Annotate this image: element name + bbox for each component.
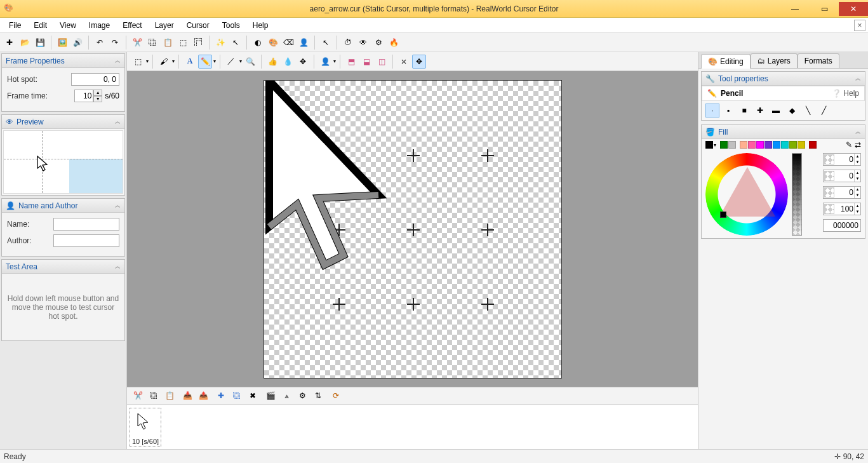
tip-1px-icon[interactable]: · xyxy=(705,104,719,117)
palette-icon[interactable]: 🎨 xyxy=(266,36,280,50)
image-icon[interactable]: 🖼️ xyxy=(55,36,69,50)
frametime-input[interactable] xyxy=(74,90,93,102)
r-input[interactable] xyxy=(834,155,853,164)
b-input[interactable] xyxy=(834,188,853,197)
undo-icon[interactable]: ↶ xyxy=(93,36,107,50)
frame-reload-icon[interactable]: ⟳ xyxy=(329,389,343,403)
menu-edit[interactable]: Edit xyxy=(27,19,53,32)
pointer-icon[interactable]: ↖ xyxy=(319,36,333,50)
tip-small-icon[interactable]: ▪ xyxy=(721,104,735,117)
gear-icon[interactable]: ⚙ xyxy=(371,36,385,50)
tip-rect-icon[interactable]: ▬ xyxy=(769,104,783,117)
frame-sort-icon[interactable]: ⇅ xyxy=(311,389,325,403)
swatch[interactable] xyxy=(756,141,764,149)
contrast-icon[interactable]: ◐ xyxy=(251,36,265,50)
hex-input[interactable]: 000000 xyxy=(823,219,861,232)
frame-add-icon[interactable]: ✚ xyxy=(214,389,228,403)
swatch[interactable] xyxy=(728,141,736,149)
menu-help[interactable]: Help xyxy=(246,19,275,32)
swap-icon[interactable]: ⇄ xyxy=(855,140,861,149)
frame-copy-icon[interactable]: ⿻ xyxy=(147,389,161,403)
user-icon[interactable]: 👤 xyxy=(297,36,310,50)
menu-layer[interactable]: Layer xyxy=(149,19,180,32)
hand-tool-icon[interactable]: 👍 xyxy=(265,55,279,69)
swatch[interactable] xyxy=(748,141,756,149)
cut-icon[interactable]: ✂️ xyxy=(130,36,144,50)
paste-icon[interactable]: 📋 xyxy=(161,36,175,50)
select-tool-icon[interactable]: ⬚ xyxy=(131,55,145,69)
layer-b-icon[interactable]: ⬓ xyxy=(359,55,373,69)
swatch[interactable] xyxy=(765,141,772,149)
author-input[interactable] xyxy=(53,234,119,247)
line-tool-icon[interactable]: ／ xyxy=(224,55,238,69)
swatch[interactable] xyxy=(798,141,805,149)
help-link[interactable]: ❔Help xyxy=(832,89,859,98)
frame-dup-icon[interactable]: ⿻ xyxy=(230,389,244,403)
collapse-icon[interactable]: ︽ xyxy=(115,58,121,64)
person-tool-icon[interactable]: 👤 xyxy=(318,55,332,69)
layer-c-icon[interactable]: ◫ xyxy=(375,55,389,69)
tab-editing[interactable]: 🎨Editing xyxy=(701,54,751,69)
hotspot-input[interactable] xyxy=(71,73,119,86)
menu-view[interactable]: View xyxy=(53,19,83,32)
layer-new-icon[interactable]: ⬚ xyxy=(176,36,190,50)
menu-effect[interactable]: Effect xyxy=(116,19,148,32)
swatch[interactable] xyxy=(781,141,789,149)
cursor-icon[interactable]: ↖ xyxy=(229,36,243,50)
menu-tools[interactable]: Tools xyxy=(216,19,246,32)
magnify-tool-icon[interactable]: 🔍 xyxy=(243,55,257,69)
timer-icon[interactable]: ⏱ xyxy=(341,36,355,50)
frame-gear-icon[interactable]: ⚙ xyxy=(295,389,309,403)
fire-icon[interactable]: 🔥 xyxy=(387,36,401,50)
alpha-input[interactable] xyxy=(834,205,853,213)
frame-thumb[interactable]: 10 [s/60] xyxy=(130,408,161,447)
copy-icon[interactable]: ⿻ xyxy=(145,36,159,50)
swatch[interactable] xyxy=(740,141,747,149)
collapse-icon[interactable]: ︽ xyxy=(855,76,861,81)
tip-diag1-icon[interactable]: ╲ xyxy=(801,104,815,117)
pencil-tool-icon[interactable]: ✏️ xyxy=(198,55,212,69)
frame-anim-icon[interactable]: 🎬 xyxy=(264,389,277,403)
frame-import-icon[interactable]: 📥 xyxy=(180,389,194,403)
document-close-icon[interactable]: × xyxy=(854,20,865,31)
name-input[interactable] xyxy=(53,218,119,231)
menu-file[interactable]: File xyxy=(3,19,27,32)
alpha-slider[interactable] xyxy=(792,153,802,236)
menu-image[interactable]: Image xyxy=(83,19,116,32)
snap-b-icon[interactable]: ✥ xyxy=(412,55,426,69)
g-input[interactable] xyxy=(834,171,853,180)
swatch[interactable] xyxy=(809,141,817,149)
move-tool-icon[interactable]: ✥ xyxy=(296,55,310,69)
new-icon[interactable]: ✚ xyxy=(3,36,17,50)
swatch[interactable] xyxy=(789,141,797,149)
frame-fx-icon[interactable]: ⟁ xyxy=(279,389,293,403)
collapse-icon[interactable]: ︽ xyxy=(115,203,121,208)
color-wheel[interactable] xyxy=(705,153,788,236)
frame-export-icon[interactable]: 📤 xyxy=(196,389,210,403)
save-icon[interactable]: 💾 xyxy=(33,36,47,50)
collapse-icon[interactable]: ︽ xyxy=(855,129,861,135)
frame-cut-icon[interactable]: ✂️ xyxy=(131,389,145,403)
preview-area[interactable] xyxy=(3,130,123,194)
spin-down-icon[interactable]: ▼ xyxy=(93,96,102,102)
swatch[interactable] xyxy=(773,141,780,149)
magic-icon[interactable]: ✨ xyxy=(213,36,227,50)
menu-cursor[interactable]: Cursor xyxy=(180,19,216,32)
eraser-icon[interactable]: ⌫ xyxy=(281,36,295,50)
collapse-icon[interactable]: ︽ xyxy=(115,119,121,124)
tip-diamond-icon[interactable]: ◆ xyxy=(785,104,799,117)
collapse-icon[interactable]: ︽ xyxy=(115,264,121,269)
tab-formats[interactable]: Formats xyxy=(798,53,839,68)
sound-icon[interactable]: 🔊 xyxy=(70,36,84,50)
wheel-handle-icon[interactable] xyxy=(720,211,726,218)
tab-layers[interactable]: 🗂Layers xyxy=(751,53,798,68)
tip-med-icon[interactable]: ■ xyxy=(737,104,751,117)
layer-a-icon[interactable]: ⬒ xyxy=(344,55,358,69)
dropper-tool-icon[interactable]: 💧 xyxy=(281,55,295,69)
snap-a-icon[interactable]: ⤫ xyxy=(397,55,411,69)
tip-plus-icon[interactable]: ✚ xyxy=(753,104,767,117)
eyedropper-icon[interactable]: ✎ xyxy=(846,140,852,149)
tip-diag2-icon[interactable]: ╱ xyxy=(817,104,831,117)
frame-delete-icon[interactable]: ✖ xyxy=(246,389,260,403)
open-icon[interactable]: 📂 xyxy=(18,36,32,50)
